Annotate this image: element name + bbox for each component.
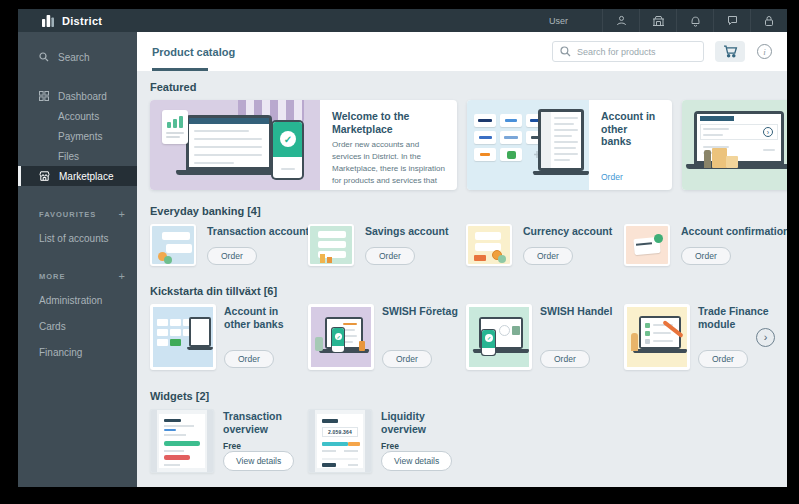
bank-logo-chips — [474, 114, 548, 161]
sidebar-item-files[interactable]: Files — [18, 146, 137, 166]
everyday-banking-heading: Everyday banking [4] — [150, 205, 787, 217]
liquidity-overview-thumbnail: 2.059.364 — [308, 409, 372, 473]
swish-foretag-thumbnail: ✓ — [308, 304, 374, 370]
widget-title: Transaction overview — [223, 410, 307, 436]
search-icon — [560, 46, 571, 57]
section-label: MORE — [39, 272, 66, 281]
tab-product-catalog[interactable]: Product catalog — [152, 32, 235, 71]
product-title: Transaction account — [207, 225, 309, 237]
main-header: Product catalog i — [137, 32, 787, 71]
marketplace-icon — [39, 171, 50, 181]
product-title: Account in other banks — [224, 305, 306, 331]
sidebar-search[interactable]: Search — [18, 48, 137, 66]
sidebar-search-label: Search — [58, 52, 90, 63]
add-favourite-button[interactable]: + — [119, 208, 125, 220]
widget-preview-value: 2.059.364 — [322, 427, 358, 437]
bank-icon[interactable] — [639, 9, 676, 32]
widget-liquidity-overview[interactable]: 2.059.364 Liquidity overvi — [308, 409, 466, 473]
order-button[interactable]: Order — [224, 350, 274, 368]
widget-price: Free — [223, 441, 307, 451]
product-currency-account[interactable]: Currency account Order — [466, 224, 624, 266]
order-button[interactable]: Order — [382, 350, 432, 368]
other-banks-thumbnail — [150, 304, 216, 370]
topbar-actions: User — [549, 9, 787, 32]
widgets-row: Transaction overview Free View details 2… — [150, 409, 787, 473]
phone-check-illustration: ✓ — [271, 120, 304, 180]
add-more-button[interactable]: + — [119, 270, 125, 282]
sidebar-item-list-of-accounts[interactable]: List of accounts — [18, 228, 137, 248]
widget-title: Liquidity overview — [381, 410, 465, 436]
sidebar-item-label: Dashboard — [58, 91, 107, 102]
order-button[interactable]: Order — [698, 350, 748, 368]
sidebar-item-dashboard[interactable]: Dashboard — [18, 86, 137, 106]
user-icon[interactable] — [602, 9, 639, 32]
trade-finance-thumbnail — [624, 304, 690, 370]
currency-account-thumbnail — [466, 224, 512, 266]
product-title: Currency account — [523, 225, 612, 237]
district-logo-icon — [42, 15, 55, 27]
catalog-content: Featured — [137, 71, 787, 487]
everyday-banking-row: Transaction account Order — [150, 224, 787, 266]
sidebar-item-label: Marketplace — [59, 171, 113, 182]
cart-button[interactable] — [715, 41, 745, 62]
product-title: Savings account — [365, 225, 448, 237]
order-button[interactable]: Order — [681, 247, 731, 265]
featured-card-other-banks[interactable]: Account in other banks Order — [467, 100, 672, 190]
view-details-button[interactable]: View details — [223, 451, 294, 471]
product-swish-foretag[interactable]: ✓ SWISH Företag Order — [308, 304, 466, 370]
order-button[interactable]: Order — [365, 247, 415, 265]
transaction-account-thumbnail — [150, 224, 196, 266]
main-panel: Product catalog i Featured — [137, 32, 787, 487]
savings-account-thumbnail — [308, 224, 354, 266]
product-search — [552, 41, 704, 62]
view-details-button[interactable]: View details — [381, 451, 452, 471]
info-icon[interactable]: i — [757, 44, 772, 59]
order-link[interactable]: Order — [601, 172, 660, 182]
product-title: Account confirmation letter — [681, 225, 787, 237]
topbar: District User — [18, 9, 787, 32]
sidebar-item-label: Financing — [39, 347, 82, 358]
kickstart-row: Account in other banks Order — [150, 304, 787, 370]
swish-handel-thumbnail: ✓ — [466, 304, 532, 370]
widgets-heading: Widgets [2] — [150, 390, 787, 402]
sidebar-section-more: MORE + — [18, 268, 137, 284]
marketplace-illustration: ✓ — [150, 100, 320, 190]
product-account-in-other-banks[interactable]: Account in other banks Order — [150, 304, 308, 370]
widget-transaction-overview[interactable]: Transaction overview Free View details — [150, 409, 308, 473]
carousel-next-button[interactable]: › — [756, 328, 775, 347]
sidebar-item-marketplace[interactable]: Marketplace — [18, 166, 137, 186]
featured-card-welcome[interactable]: ✓ Welcome to the Marketplace Order new a… — [150, 100, 457, 190]
confirmation-letter-thumbnail — [624, 224, 670, 266]
order-button[interactable]: Order — [207, 247, 257, 265]
order-button[interactable]: Order — [540, 350, 590, 368]
transaction-overview-thumbnail — [150, 409, 214, 473]
product-account-confirmation-letter[interactable]: Account confirmation letter Order — [624, 224, 782, 266]
app-window: District User Search — [18, 9, 787, 487]
search-icon — [39, 52, 49, 62]
lock-icon[interactable] — [750, 9, 787, 32]
product-swish-handel[interactable]: ✓ SWISH Handel Order — [466, 304, 624, 370]
order-button[interactable]: Order — [523, 247, 573, 265]
featured-card-partial[interactable]: › — [682, 100, 787, 190]
brand-name: District — [62, 15, 102, 27]
sidebar-item-label: Accounts — [58, 111, 99, 122]
chat-icon[interactable] — [713, 9, 750, 32]
sidebar-item-label: List of accounts — [39, 233, 108, 244]
sidebar-item-label: Cards — [39, 321, 66, 332]
sidebar-item-accounts[interactable]: Accounts — [18, 106, 137, 126]
sidebar-item-financing[interactable]: Financing — [18, 342, 137, 362]
product-transaction-account[interactable]: Transaction account Order — [150, 224, 308, 266]
brand: District — [18, 15, 102, 27]
kickstart-heading: Kickstarta din tillväxt [6] — [150, 285, 787, 297]
user-label[interactable]: User — [549, 16, 568, 26]
bell-icon[interactable] — [676, 9, 713, 32]
product-savings-account[interactable]: Savings account Order — [308, 224, 466, 266]
sidebar-item-administration[interactable]: Administration — [18, 290, 137, 310]
sidebar-section-favourites: FAVOURITES + — [18, 206, 137, 222]
product-search-input[interactable] — [577, 47, 687, 57]
sidebar-item-cards[interactable]: Cards — [18, 316, 137, 336]
sidebar-item-label: Payments — [58, 131, 102, 142]
cart-icon — [723, 45, 738, 58]
sidebar-item-payments[interactable]: Payments — [18, 126, 137, 146]
laptop-boxes-illustration: › — [682, 100, 787, 190]
